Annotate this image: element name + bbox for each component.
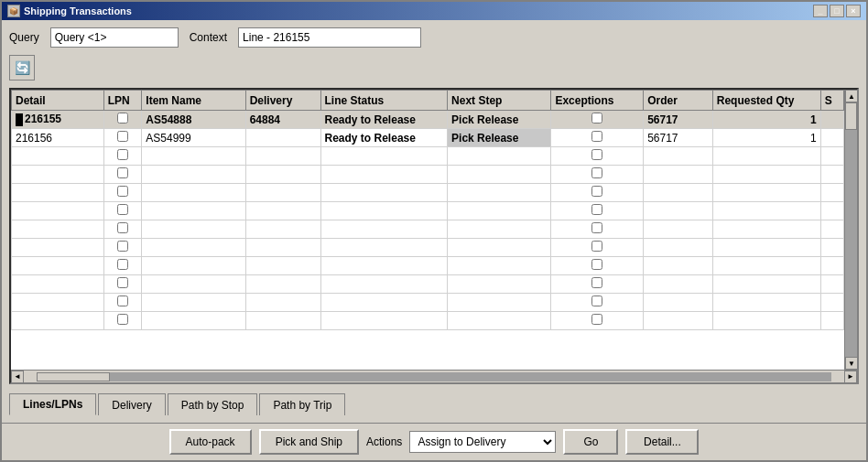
query-label: Query: [9, 31, 39, 44]
table-row: [12, 220, 844, 239]
h-scroll-track[interactable]: [37, 372, 831, 381]
row-marker: [16, 113, 23, 126]
actions-label: Actions: [366, 435, 402, 448]
cell-req-qty: 1: [712, 111, 820, 129]
tab-path-by-stop[interactable]: Path by Stop: [168, 393, 258, 415]
tab-lines-lpns[interactable]: Lines/LPNs: [9, 393, 96, 415]
exceptions-checkbox[interactable]: [591, 222, 602, 233]
lpn-checkbox[interactable]: [117, 167, 128, 178]
table-row: [12, 239, 844, 257]
lpn-checkbox[interactable]: [117, 131, 128, 142]
table-with-scroll: Detail LPN Item Name Delivery Line Statu…: [11, 90, 857, 370]
table-row: [12, 257, 844, 275]
context-input[interactable]: [238, 27, 421, 48]
title-bar: 📦 Shipping Transactions _ □ ×: [2, 2, 866, 20]
table-row[interactable]: 216156 AS54999 Ready to Release Pick Rel…: [12, 129, 844, 147]
tabs-row: Lines/LPNs Delivery Path by Stop Path by…: [9, 390, 859, 415]
pick-and-ship-button[interactable]: Pick and Ship: [259, 429, 359, 455]
exceptions-checkbox[interactable]: [591, 204, 602, 215]
go-button[interactable]: Go: [563, 429, 618, 455]
lpn-checkbox[interactable]: [117, 222, 128, 233]
col-line-status: Line Status: [320, 91, 448, 111]
data-table-container: Detail LPN Item Name Delivery Line Statu…: [9, 88, 859, 384]
table-row: [12, 147, 844, 166]
scroll-up-button[interactable]: ▲: [845, 90, 857, 102]
scroll-down-button[interactable]: ▼: [845, 357, 857, 370]
exceptions-checkbox[interactable]: [591, 167, 602, 178]
cell-item-name: AS54888: [142, 111, 245, 129]
actions-select[interactable]: Assign to Delivery Unassign from Deliver…: [409, 431, 556, 453]
table-row[interactable]: 216155 AS54888 64884 Ready to Release Pi…: [12, 111, 844, 129]
horizontal-scrollbar[interactable]: ◄ ►: [11, 370, 857, 382]
cell-next-step: Pick Release: [448, 111, 551, 129]
refresh-button[interactable]: 🔄: [9, 55, 35, 81]
table-row: [12, 202, 844, 220]
table-scroll: Detail LPN Item Name Delivery Line Statu…: [11, 90, 844, 370]
cell-s: [820, 129, 843, 147]
table-row: [12, 312, 844, 330]
lpn-checkbox[interactable]: [117, 186, 128, 197]
scroll-right-button[interactable]: ►: [844, 371, 857, 383]
col-order: Order: [644, 91, 713, 111]
tab-delivery[interactable]: Delivery: [98, 393, 165, 415]
exceptions-checkbox[interactable]: [591, 295, 602, 306]
lpn-checkbox[interactable]: [117, 204, 128, 215]
lpn-checkbox[interactable]: [117, 277, 128, 288]
scroll-left-button[interactable]: ◄: [11, 371, 24, 383]
lpn-checkbox[interactable]: [117, 113, 128, 124]
cell-exceptions[interactable]: [551, 111, 644, 129]
minimize-button[interactable]: _: [813, 5, 828, 17]
lpn-checkbox[interactable]: [117, 259, 128, 270]
h-scroll-thumb[interactable]: [37, 372, 110, 381]
col-lpn: LPN: [103, 91, 142, 111]
window-body: Query Context 🔄 Detail LPN: [2, 20, 866, 423]
table-row: [12, 275, 844, 294]
auto-pack-button[interactable]: Auto-pack: [169, 429, 252, 455]
col-delivery: Delivery: [245, 91, 320, 111]
exceptions-checkbox[interactable]: [591, 113, 602, 124]
col-next-step: Next Step: [448, 91, 551, 111]
cell-exceptions[interactable]: [551, 129, 644, 147]
col-s: S: [820, 91, 843, 111]
window-icon: 📦: [7, 5, 20, 17]
cell-lpn[interactable]: [103, 129, 142, 147]
exceptions-checkbox[interactable]: [591, 149, 602, 160]
maximize-button[interactable]: □: [830, 5, 844, 17]
cell-detail[interactable]: 216155: [12, 111, 104, 129]
refresh-icon: 🔄: [15, 60, 30, 75]
lpn-checkbox[interactable]: [117, 314, 128, 325]
exceptions-checkbox[interactable]: [591, 241, 602, 252]
close-button[interactable]: ×: [846, 5, 861, 17]
cell-req-qty: 1: [712, 129, 820, 147]
query-input[interactable]: [50, 27, 179, 48]
vertical-scrollbar[interactable]: ▲ ▼: [844, 90, 857, 370]
lpn-checkbox[interactable]: [117, 149, 128, 160]
exceptions-checkbox[interactable]: [591, 186, 602, 197]
cell-line-status: Ready to Release: [320, 111, 448, 129]
exceptions-checkbox[interactable]: [591, 259, 602, 270]
cell-detail[interactable]: 216156: [12, 129, 104, 147]
tab-path-by-trip[interactable]: Path by Trip: [259, 393, 345, 415]
context-label: Context: [190, 31, 227, 44]
scroll-thumb[interactable]: [845, 102, 857, 130]
cell-delivery: [245, 129, 320, 147]
table-row: [12, 166, 844, 184]
table-row: [12, 184, 844, 202]
col-req-qty: Requested Qty: [712, 91, 820, 111]
exceptions-checkbox[interactable]: [591, 314, 602, 325]
scroll-track[interactable]: [845, 102, 857, 357]
tab-path-by-trip-label: Path by Trip: [273, 399, 331, 412]
cell-delivery: 64884: [245, 111, 320, 129]
cell-lpn[interactable]: [103, 111, 142, 129]
cell-next-step: Pick Release: [448, 129, 551, 147]
lpn-checkbox[interactable]: [117, 241, 128, 252]
col-item-name: Item Name: [142, 91, 245, 111]
cell-order: 56717: [644, 129, 713, 147]
exceptions-checkbox[interactable]: [591, 277, 602, 288]
detail-button[interactable]: Detail...: [625, 429, 699, 455]
cell-line-status: Ready to Release: [320, 129, 448, 147]
cell-order: 56717: [644, 111, 713, 129]
exceptions-checkbox[interactable]: [591, 131, 602, 142]
lpn-checkbox[interactable]: [117, 295, 128, 306]
toolbar: 🔄: [9, 53, 859, 82]
